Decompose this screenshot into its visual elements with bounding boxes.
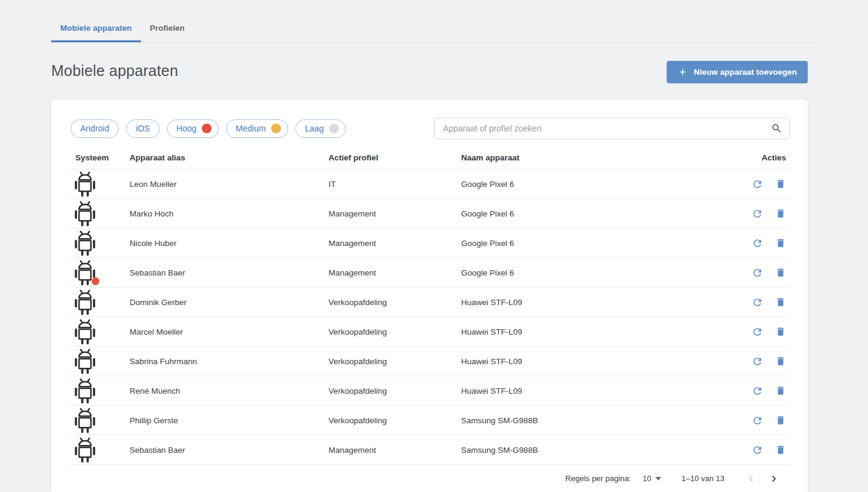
device-alias: Sebastian Baer	[130, 446, 329, 455]
chevron-right-icon	[769, 473, 779, 484]
filter-chip-ios[interactable]: iOS	[126, 119, 159, 138]
delete-button[interactable]	[775, 356, 786, 367]
priority-dot-icon	[329, 124, 339, 133]
android-icon	[73, 348, 97, 374]
search-input[interactable]	[434, 118, 790, 139]
device-alias: René Muench	[130, 386, 329, 396]
chip-label: iOS	[136, 124, 149, 133]
android-icon	[73, 407, 97, 434]
alert-badge	[92, 277, 99, 285]
active-profile: Verkoopafdeling	[329, 416, 461, 425]
refresh-button[interactable]	[752, 444, 763, 456]
trash-icon	[775, 297, 786, 308]
delete-button[interactable]	[775, 444, 786, 456]
delete-button[interactable]	[775, 178, 786, 190]
filter-chip-android[interactable]: Android	[71, 119, 119, 138]
filter-chip-laag[interactable]: Laag	[295, 119, 346, 138]
android-icon	[73, 230, 97, 256]
column-header-acties: Acties	[723, 153, 790, 162]
refresh-icon	[752, 326, 763, 338]
active-profile: Verkoopafdeling	[329, 327, 461, 336]
device-name: Samsung SM-G988B	[461, 446, 723, 455]
table-row: Marcel MoellerVerkoopafdelingHuawei STF-…	[69, 317, 790, 347]
table-row: Sebastian BaerManagementSamsung SM-G988B	[69, 435, 790, 465]
device-name: Huawei STF-L09	[461, 386, 723, 396]
row-actions	[723, 326, 790, 338]
table-header-row: Systeem Apparaat alias Actief profiel Na…	[69, 147, 790, 169]
tab-label: Profielen	[150, 24, 185, 33]
page-range-label: 1–10 van 13	[681, 474, 725, 483]
delete-button[interactable]	[775, 326, 786, 338]
priority-dot-icon	[202, 124, 212, 133]
rows-per-page-select[interactable]: 10	[643, 474, 661, 483]
delete-button[interactable]	[775, 267, 786, 279]
refresh-button[interactable]	[752, 208, 763, 219]
devices-table: Systeem Apparaat alias Actief profiel Na…	[69, 147, 790, 465]
active-profile: Management	[329, 239, 461, 248]
refresh-button[interactable]	[752, 326, 763, 338]
table-row: Sabrina FuhrmannVerkoopafdelingHuawei ST…	[69, 347, 790, 376]
device-name: Google Pixel 6	[461, 180, 723, 189]
search-box	[434, 118, 790, 139]
android-icon	[73, 318, 97, 345]
refresh-icon	[752, 297, 763, 308]
trash-icon	[775, 267, 786, 279]
delete-button[interactable]	[775, 385, 786, 397]
delete-button[interactable]	[775, 238, 786, 249]
active-profile: Management	[329, 268, 461, 277]
delete-button[interactable]	[775, 208, 786, 219]
tab-mobiele-apparaten[interactable]: Mobiele apparaten	[51, 0, 141, 42]
android-icon	[73, 289, 97, 315]
filter-chip-medium[interactable]: Medium	[226, 119, 288, 138]
active-profile: Management	[329, 209, 461, 218]
android-icon	[73, 259, 97, 286]
add-device-button[interactable]: Nieuw apparaat toevoegen	[667, 61, 808, 83]
priority-dot-icon	[271, 124, 281, 133]
chip-label: Medium	[236, 124, 266, 133]
refresh-icon	[752, 444, 763, 456]
table-row: Phillip GersteVerkoopafdelingSamsung SM-…	[69, 406, 790, 435]
trash-icon	[775, 415, 786, 426]
android-icon	[73, 171, 97, 197]
refresh-icon	[752, 415, 763, 426]
row-actions	[723, 267, 790, 279]
delete-button[interactable]	[775, 297, 786, 308]
tab-profielen[interactable]: Profielen	[141, 0, 194, 42]
table-row: Dominik GerberVerkoopafdelingHuawei STF-…	[69, 288, 790, 317]
refresh-icon	[752, 267, 763, 279]
refresh-button[interactable]	[752, 267, 763, 279]
refresh-icon	[752, 208, 763, 219]
next-page-button[interactable]	[767, 472, 781, 486]
trash-icon	[775, 326, 786, 338]
rows-per-page-label: Regels per pagina:	[565, 474, 631, 483]
trash-icon	[775, 356, 786, 367]
refresh-icon	[752, 385, 763, 397]
table-row: Nicole HuberManagementGoogle Pixel 6	[69, 229, 790, 258]
filter-chip-hoog[interactable]: Hoog	[167, 119, 219, 138]
trash-icon	[775, 238, 786, 249]
filter-row: AndroidiOSHoogMediumLaag	[51, 99, 808, 139]
pagination: Regels per pagina: 10 1–10 van 13	[565, 465, 781, 492]
refresh-button[interactable]	[752, 297, 763, 308]
search-icon	[771, 123, 782, 134]
filter-chips: AndroidiOSHoogMediumLaag	[71, 119, 346, 138]
tab-label: Mobiele apparaten	[60, 24, 132, 33]
refresh-button[interactable]	[752, 238, 763, 249]
device-alias: Sabrina Fuhrmann	[130, 357, 329, 366]
trash-icon	[775, 208, 786, 219]
refresh-button[interactable]	[752, 178, 763, 190]
refresh-button[interactable]	[752, 415, 763, 426]
column-header-systeem: Systeem	[69, 153, 130, 162]
row-actions	[723, 238, 790, 249]
devices-card: AndroidiOSHoogMediumLaag Systeem Apparaa…	[51, 99, 808, 492]
device-name: Huawei STF-L09	[461, 327, 723, 336]
table-row: Leon MuellerITGoogle Pixel 6	[69, 169, 790, 199]
refresh-button[interactable]	[752, 385, 763, 397]
column-header-actief-profiel: Actief profiel	[329, 153, 461, 162]
delete-button[interactable]	[775, 415, 786, 426]
refresh-button[interactable]	[752, 356, 763, 367]
active-profile: IT	[329, 180, 461, 189]
device-name: Google Pixel 6	[461, 268, 723, 277]
previous-page-button[interactable]	[744, 472, 758, 486]
device-name: Huawei STF-L09	[461, 298, 723, 307]
